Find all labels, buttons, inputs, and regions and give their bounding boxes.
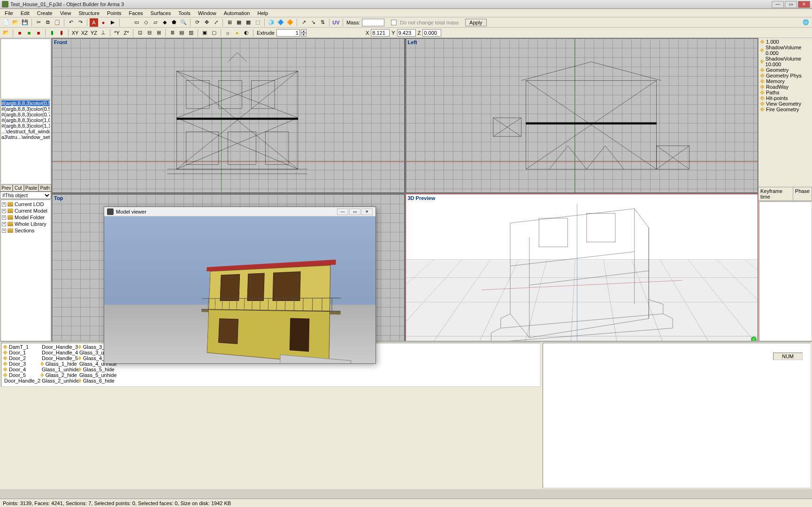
axis-y[interactable]: *Y <box>113 29 121 37</box>
named-selection-item[interactable]: Glass_5_hide <box>77 367 115 372</box>
layer3-icon[interactable]: ▥ <box>187 29 195 37</box>
extrude-up[interactable]: ▲ <box>301 29 306 33</box>
coord-y-input[interactable] <box>397 29 416 37</box>
maximize-button[interactable]: ▭ <box>785 1 797 8</box>
named-selection-item[interactable]: Glass_1_unhide <box>40 367 77 372</box>
phase-col[interactable]: Phase <box>793 187 812 200</box>
named-selection-item[interactable]: Door_2 <box>2 355 40 361</box>
tool-a-icon[interactable]: 📂 <box>2 29 10 37</box>
coord-z-input[interactable] <box>422 29 441 37</box>
menu-surfaces[interactable]: Surfaces <box>147 9 175 17</box>
named-selection-item[interactable]: Glass_2_unhide <box>40 378 77 384</box>
lod-item[interactable]: ShadowVolume 10.000 <box>759 56 811 67</box>
select-edge-icon[interactable]: ▱ <box>151 18 160 27</box>
material-item[interactable]: ...\destruct_full_window_set_c <box>1 129 50 134</box>
named-selection-item[interactable]: Door_5 <box>2 372 40 378</box>
tree-item[interactable]: +Current Model <box>2 207 49 214</box>
library-tree[interactable]: +Current LOD +Current Model +Model Folde… <box>0 200 51 357</box>
named-selection-item[interactable]: Door_Handle_5 <box>40 355 77 361</box>
named-selection-item[interactable]: Glass_6_hide <box>77 378 115 384</box>
green2-icon[interactable]: ▮ <box>48 29 56 37</box>
model-viewer-titlebar[interactable]: Model viewer — ▭ ✕ <box>104 207 375 216</box>
scale-icon[interactable]: ⤢ <box>212 18 220 27</box>
red2-icon[interactable]: ■ <box>34 29 43 37</box>
material-list[interactable]: #(argb,8,8,3)color(0.501961,0. #(argb,8,… <box>0 100 51 184</box>
proxy3-icon[interactable]: 🔶 <box>286 18 294 27</box>
named-selection-item[interactable]: Door_1 <box>2 350 40 355</box>
snap1-icon[interactable]: ⊡ <box>136 29 144 37</box>
shade-icon[interactable]: ◐ <box>242 29 251 37</box>
play-icon[interactable]: ▶ <box>108 18 117 27</box>
material-item[interactable]: #(argb,8,8,3)color(1,1,0.50196 <box>1 123 50 129</box>
grid3-icon[interactable]: ▩ <box>244 18 253 27</box>
mv-minimize-button[interactable]: — <box>337 208 348 215</box>
snap3-icon[interactable]: ⊞ <box>154 29 163 37</box>
axis-xz[interactable]: XZ <box>80 29 89 37</box>
grid4-icon[interactable]: ⬚ <box>253 18 262 27</box>
cut-button[interactable]: Cut <box>13 184 24 192</box>
material-item[interactable]: a3\stru...\window_set_ca.tga <box>1 134 50 140</box>
menu-structure[interactable]: Structure <box>75 9 103 17</box>
menu-window[interactable]: Window <box>194 9 220 17</box>
viewport-front[interactable]: Front <box>52 38 405 193</box>
keyframe-time-col[interactable]: Keyframe time <box>758 187 793 200</box>
lod-item[interactable]: Paths <box>759 90 811 95</box>
lod-item[interactable]: 1.000 <box>759 39 811 45</box>
cut-icon[interactable]: ✂ <box>34 18 43 27</box>
menu-help[interactable]: Help <box>253 9 272 17</box>
keyframe-list[interactable] <box>759 201 812 349</box>
menu-create[interactable]: Create <box>33 9 56 17</box>
lod-item[interactable]: Geometry Phys <box>759 73 811 78</box>
lod-item[interactable]: Geometry <box>759 67 811 73</box>
lod-item[interactable]: Fire Geometry <box>759 107 811 112</box>
material-item[interactable]: #(argb,8,8,3)color(0.752941,0. <box>1 112 50 117</box>
move-icon[interactable]: ✥ <box>202 18 211 27</box>
lod-list[interactable]: 1.000 ShadowVolume 0.000 ShadowVolume 10… <box>758 38 812 187</box>
menu-view[interactable]: View <box>56 9 75 17</box>
layer1-icon[interactable]: ≣ <box>168 29 176 37</box>
open-icon[interactable]: 📂 <box>11 18 20 27</box>
mode2-icon[interactable]: ▢ <box>210 29 218 37</box>
lod-item[interactable]: View Geometry <box>759 101 811 107</box>
menu-edit[interactable]: Edit <box>17 9 33 17</box>
extrude-down[interactable]: ▼ <box>301 33 306 37</box>
lod-item[interactable]: ShadowVolume 0.000 <box>759 45 811 56</box>
grid1-icon[interactable]: ⊞ <box>225 18 234 27</box>
mv-maximize-button[interactable]: ▭ <box>349 208 360 215</box>
snap2-icon[interactable]: ⊟ <box>145 29 153 37</box>
undo-icon[interactable]: ↶ <box>67 18 75 27</box>
named-selection-item[interactable]: DamT_1 <box>2 344 40 350</box>
mass-input[interactable] <box>362 19 384 26</box>
model-viewer-canvas[interactable] <box>104 216 375 363</box>
lod-item[interactable]: Memory <box>759 78 811 84</box>
anim1-icon[interactable]: ↗ <box>299 18 308 27</box>
named-selection-item[interactable]: Glass_2_hide <box>40 372 77 378</box>
save-icon[interactable]: 💾 <box>21 18 29 27</box>
mv-close-button[interactable]: ✕ <box>361 208 373 215</box>
material-item[interactable]: #(argb,8,8,3)color(1,0,0,1,0,co <box>1 117 50 123</box>
green1-icon[interactable]: ■ <box>25 29 33 37</box>
tree-item[interactable]: +Whole Library <box>2 221 49 227</box>
mode1-icon[interactable]: ▣ <box>200 29 209 37</box>
named-selection-item[interactable]: Door_4 <box>2 367 40 372</box>
tree-item[interactable]: +Model Folder <box>2 214 49 221</box>
prev-button[interactable]: Prev <box>0 184 13 192</box>
menu-points[interactable]: Points <box>103 9 125 17</box>
axis-yz[interactable]: YZ <box>90 29 98 37</box>
layer2-icon[interactable]: ▤ <box>177 29 186 37</box>
minimize-button[interactable]: — <box>772 1 784 8</box>
select-icon[interactable]: ▭ <box>132 18 141 27</box>
named-selection-item[interactable]: Door_3 <box>2 361 40 367</box>
red1-icon[interactable]: ■ <box>15 29 24 37</box>
proxy1-icon[interactable]: 🧊 <box>267 18 276 27</box>
new-icon[interactable]: 📄 <box>2 18 10 27</box>
apply-button[interactable]: Apply <box>465 19 487 26</box>
world-icon[interactable]: 🌐 <box>802 18 810 27</box>
paste-icon[interactable]: 📋 <box>53 18 61 27</box>
named-selection-item[interactable]: Door_Handle_2 <box>2 378 40 384</box>
anim2-icon[interactable]: ↘ <box>309 18 317 27</box>
material-item[interactable]: #(argb,8,8,3)color(0.501961,0. <box>1 100 50 106</box>
menu-file[interactable]: File <box>1 9 17 17</box>
model-viewer-window[interactable]: Model viewer — ▭ ✕ <box>104 207 376 364</box>
record-icon[interactable]: ● <box>99 18 107 27</box>
